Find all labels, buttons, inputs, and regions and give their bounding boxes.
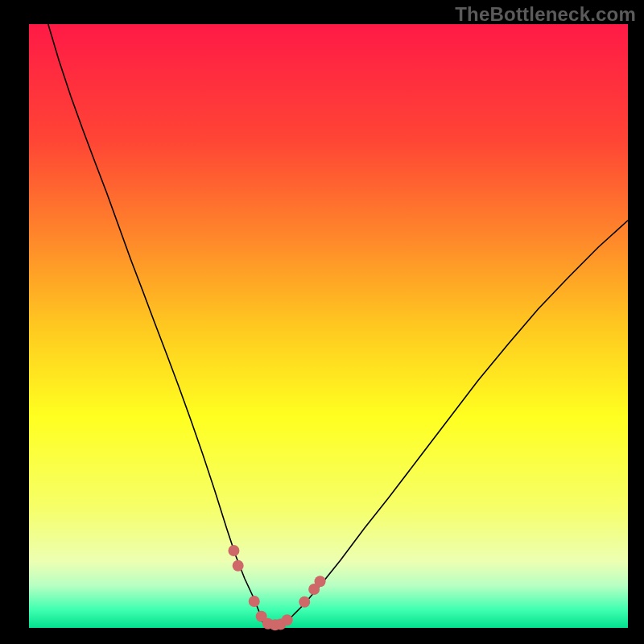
highlight-dot xyxy=(282,614,293,625)
chart-frame: TheBottleneck.com xyxy=(0,0,644,644)
highlight-dot xyxy=(228,545,239,556)
bottleneck-plot xyxy=(0,0,644,644)
highlight-dot xyxy=(315,576,326,587)
highlight-dot xyxy=(233,560,244,572)
highlight-dot xyxy=(299,597,310,608)
plot-background xyxy=(29,24,628,628)
watermark-text: TheBottleneck.com xyxy=(455,3,636,26)
highlight-dot xyxy=(249,596,260,607)
